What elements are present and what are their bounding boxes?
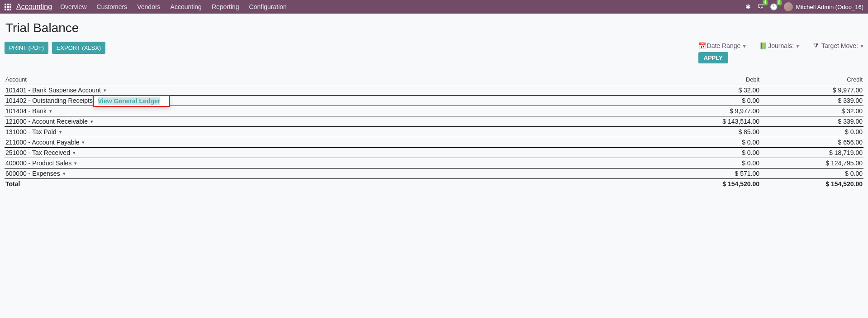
table-row: 101402 - Outstanding Receipts▾View Gener… [5, 96, 863, 106]
debit-cell: $ 0.00 [657, 137, 760, 148]
debit-cell: $ 571.00 [657, 169, 760, 179]
account-name: 121000 - Account Receivable [5, 118, 88, 125]
account-name: 400000 - Product Sales [5, 159, 71, 167]
credit-cell: $ 124,795.00 [760, 158, 863, 169]
content: Trial Balance PRINT (PDF) EXPORT (XLSX) … [0, 14, 868, 189]
total-credit: $ 154,520.00 [760, 179, 863, 189]
chevron-down-icon[interactable]: ▾ [49, 108, 52, 114]
chevron-down-icon[interactable]: ▾ [59, 129, 62, 135]
account-cell[interactable]: 400000 - Product Sales▾ [5, 158, 657, 169]
trial-balance-table: Account Debit Credit 101401 - Bank Suspe… [5, 74, 863, 189]
account-name: 101402 - Outstanding Receipts [5, 97, 93, 104]
export-xlsx-button[interactable]: EXPORT (XLSX) [52, 42, 106, 54]
debit-cell: $ 9,977.00 [657, 106, 760, 116]
table-row: 400000 - Product Sales▾$ 0.00$ 124,795.0… [5, 158, 863, 169]
table-row: 131000 - Tax Paid▾$ 85.00$ 0.00 [5, 127, 863, 137]
table-row: 211000 - Account Payable▾$ 0.00$ 656.00 [5, 137, 863, 148]
account-name: 600000 - Expenses [5, 170, 60, 177]
account-cell[interactable]: 251000 - Tax Received▾ [5, 148, 657, 158]
col-credit: Credit [760, 74, 863, 85]
book-icon: 📗 [759, 42, 766, 49]
messages-badge: 4 [763, 0, 768, 5]
debit-cell: $ 0.00 [657, 158, 760, 169]
filter-journals-label: Journals: [768, 42, 794, 49]
menu-customers[interactable]: Customers [97, 3, 128, 10]
account-name: 251000 - Tax Received [5, 149, 70, 156]
print-pdf-button[interactable]: PRINT (PDF) [5, 42, 48, 54]
credit-cell: $ 0.00 [760, 169, 863, 179]
account-cell[interactable]: 121000 - Account Receivable▾ [5, 116, 657, 127]
filter-date-range[interactable]: 📅 Date Range ▾ [698, 42, 746, 49]
filter-target-move-label: Target Move: [821, 42, 858, 49]
total-row: Total $ 154,520.00 $ 154,520.00 [5, 179, 863, 189]
user-menu[interactable]: Mitchell Admin (Odoo_16) [784, 2, 863, 11]
chevron-down-icon[interactable]: ▾ [73, 150, 76, 156]
filter-icon: ⧩ [813, 42, 819, 49]
filter-journals[interactable]: 📗 Journals: ▾ [759, 42, 799, 49]
account-cell[interactable]: 101401 - Bank Suspense Account▾ [5, 85, 657, 96]
chevron-down-icon: ▾ [796, 42, 799, 49]
page-title: Trial Balance [5, 21, 863, 35]
credit-cell: $ 18,719.00 [760, 148, 863, 158]
avatar [784, 2, 793, 11]
col-debit: Debit [657, 74, 760, 85]
account-cell[interactable]: 101402 - Outstanding Receipts▾View Gener… [5, 96, 657, 106]
debit-cell: $ 85.00 [657, 127, 760, 137]
filters: 📅 Date Range ▾ 📗 Journals: ▾ ⧩ Target Mo… [698, 42, 863, 49]
table-row: 101404 - Bank▾$ 9,977.00$ 32.00 [5, 106, 863, 116]
account-name: 131000 - Tax Paid [5, 128, 57, 135]
debit-cell: $ 0.00 [657, 148, 760, 158]
chevron-down-icon: ▾ [743, 42, 746, 49]
menu-reporting[interactable]: Reporting [212, 3, 239, 10]
account-cell[interactable]: 101404 - Bank▾ [5, 106, 657, 116]
activities-badge: 8 [777, 0, 782, 5]
chevron-down-icon: ▾ [860, 42, 863, 49]
messages-icon[interactable]: 🗨4 [757, 3, 764, 10]
account-name: 211000 - Account Payable [5, 139, 79, 146]
left-buttons: PRINT (PDF) EXPORT (XLSX) [5, 42, 107, 54]
credit-cell: $ 0.00 [760, 127, 863, 137]
filter-date-range-label: Date Range [707, 42, 741, 49]
brand[interactable]: Accounting [16, 3, 52, 11]
table-row: 600000 - Expenses▾$ 571.00$ 0.00 [5, 169, 863, 179]
activities-icon[interactable]: 🕘8 [770, 3, 778, 10]
chevron-down-icon[interactable]: ▾ [82, 140, 85, 145]
chevron-down-icon[interactable]: ▾ [74, 160, 77, 166]
table-row: 121000 - Account Receivable▾$ 143,514.00… [5, 116, 863, 127]
debug-icon[interactable]: ✱ [745, 3, 751, 10]
debit-cell: $ 32.00 [657, 85, 760, 96]
menu-configuration[interactable]: Configuration [249, 3, 287, 10]
view-general-ledger-link[interactable]: View General Ledger [98, 97, 160, 105]
credit-cell: $ 656.00 [760, 137, 863, 148]
table-row: 251000 - Tax Received▾$ 0.00$ 18,719.00 [5, 148, 863, 158]
account-cell[interactable]: 600000 - Expenses▾ [5, 169, 657, 179]
account-popover: View General Ledger [93, 95, 170, 107]
menu-accounting[interactable]: Accounting [171, 3, 202, 10]
chevron-down-icon[interactable]: ▾ [63, 171, 66, 177]
credit-cell: $ 339.00 [760, 96, 863, 106]
total-debit: $ 154,520.00 [657, 179, 760, 189]
table-row: 101401 - Bank Suspense Account▾$ 32.00$ … [5, 85, 863, 96]
account-name: 101401 - Bank Suspense Account [5, 87, 101, 94]
debit-cell: $ 143,514.00 [657, 116, 760, 127]
credit-cell: $ 339.00 [760, 116, 863, 127]
user-name: Mitchell Admin (Odoo_16) [796, 4, 863, 10]
account-cell[interactable]: 211000 - Account Payable▾ [5, 137, 657, 148]
calendar-icon: 📅 [698, 42, 705, 49]
debit-cell: $ 0.00 [657, 96, 760, 106]
credit-cell: $ 9,977.00 [760, 85, 863, 96]
apply-button[interactable]: APPLY [698, 52, 728, 63]
account-cell[interactable]: 131000 - Tax Paid▾ [5, 127, 657, 137]
filters-area: 📅 Date Range ▾ 📗 Journals: ▾ ⧩ Target Mo… [698, 42, 863, 63]
toolbar: PRINT (PDF) EXPORT (XLSX) 📅 Date Range ▾… [5, 42, 863, 63]
apps-icon[interactable] [5, 3, 13, 11]
chevron-down-icon[interactable]: ▾ [90, 119, 93, 125]
main-menu: Overview Customers Vendors Accounting Re… [60, 3, 287, 10]
account-name: 101404 - Bank [5, 107, 47, 115]
chevron-down-icon[interactable]: ▾ [104, 87, 106, 93]
menu-overview[interactable]: Overview [60, 3, 86, 10]
menu-vendors[interactable]: Vendors [137, 3, 160, 10]
credit-cell: $ 32.00 [760, 106, 863, 116]
filter-target-move[interactable]: ⧩ Target Move: ▾ [813, 42, 863, 49]
total-label: Total [5, 179, 657, 189]
